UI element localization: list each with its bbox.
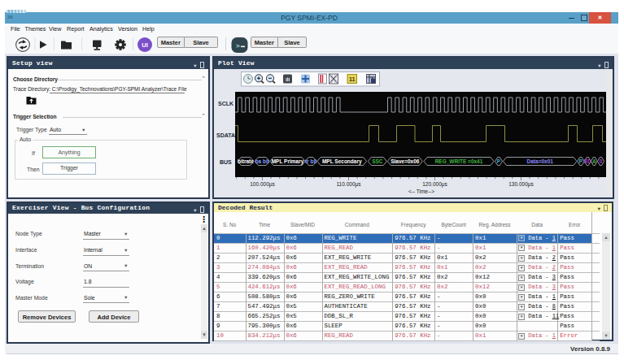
svg-text:0: 0 (599, 158, 602, 163)
svg-text:SSC: SSC (372, 158, 383, 163)
svg-text:120.000μs: 120.000μs (422, 181, 447, 188)
svg-text:tr bit: tr bit (304, 158, 316, 163)
svg-text:MPL Primary: MPL Primary (271, 158, 303, 164)
svg-text:ba bit: ba bit (255, 158, 269, 163)
svg-text:130.000μs: 130.000μs (508, 181, 534, 188)
svg-text:110.000μs: 110.000μs (336, 181, 361, 188)
svg-text:UI: UI (142, 41, 148, 49)
svg-text:RD: RD (583, 158, 591, 163)
svg-text:P: P (496, 158, 500, 163)
svg-text:Data=0x01: Data=0x01 (526, 158, 553, 163)
svg-text:Slave=0x06: Slave=0x06 (391, 158, 420, 163)
svg-text:A: A (591, 158, 596, 163)
svg-text:REG_WRITE =0x41: REG_WRITE =0x41 (434, 158, 482, 163)
svg-text:bitrate: bitrate (238, 158, 254, 163)
svg-text:MPL Secondary: MPL Secondary (321, 158, 361, 164)
svg-text:P: P (578, 158, 583, 163)
svg-text:>: > (236, 42, 240, 50)
svg-text:11: 11 (349, 76, 356, 82)
svg-text:<-- Time-->: <-- Time--> (408, 188, 434, 193)
svg-text:100.000μs: 100.000μs (250, 181, 275, 188)
